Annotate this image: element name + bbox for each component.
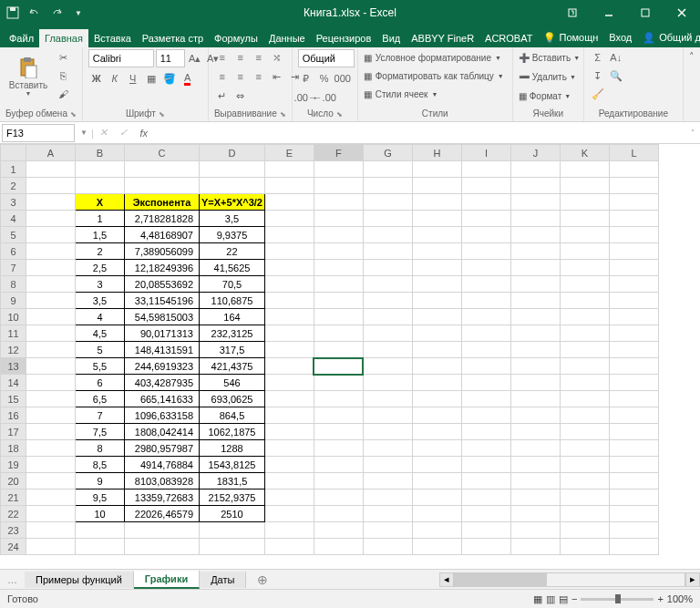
col-header-C[interactable]: C (125, 145, 200, 161)
font-name-select[interactable]: Calibri (88, 49, 154, 67)
cell-D19[interactable]: 1543,8125 (200, 457, 265, 473)
cell-F18[interactable] (314, 440, 363, 457)
view-normal-icon[interactable]: ▦ (533, 593, 542, 605)
cell-D14[interactable]: 546 (200, 375, 265, 391)
cell-H4[interactable] (412, 211, 461, 227)
cell-H11[interactable] (412, 325, 461, 342)
col-header-K[interactable]: K (560, 145, 609, 161)
cell-L21[interactable] (609, 489, 658, 506)
cell-C15[interactable]: 665,141633 (125, 391, 200, 407)
cell-C17[interactable]: 1808,042414 (125, 424, 200, 440)
cell-L23[interactable] (609, 522, 658, 539)
cell-J14[interactable] (510, 375, 560, 391)
cell-K15[interactable] (560, 391, 609, 407)
cell-B23[interactable] (76, 522, 125, 539)
num-launcher[interactable]: ⬊ (336, 110, 343, 119)
cell-B18[interactable]: 8 (76, 440, 125, 457)
format-as-table-button[interactable]: ▦Форматировать как таблицу▼ (364, 67, 504, 85)
row-header-16[interactable]: 16 (1, 407, 26, 424)
cell-J10[interactable] (510, 309, 560, 325)
cell-I15[interactable] (461, 391, 510, 407)
italic-icon[interactable]: К (107, 70, 123, 87)
cell-F13[interactable] (314, 358, 363, 375)
paste-button[interactable]: Вставить ▼ (5, 49, 51, 104)
cell-L1[interactable] (609, 161, 658, 178)
cell-B19[interactable]: 8,5 (76, 457, 125, 473)
cell-B16[interactable]: 7 (76, 407, 125, 424)
cell-K20[interactable] (560, 473, 609, 489)
cell-B12[interactable]: 5 (76, 342, 125, 358)
cell-J2[interactable] (510, 178, 560, 194)
cell-B15[interactable]: 6,5 (76, 391, 125, 407)
decrease-decimal-icon[interactable]: ←.00 (316, 89, 333, 106)
cell-I16[interactable] (461, 407, 510, 424)
tab-abbyy[interactable]: ABBYY FineR (406, 29, 479, 47)
cell-L15[interactable] (609, 391, 658, 407)
cell-K3[interactable] (560, 194, 609, 211)
cell-E19[interactable] (264, 457, 314, 473)
col-header-D[interactable]: D (200, 145, 265, 161)
row-header-6[interactable]: 6 (1, 243, 26, 260)
cell-F19[interactable] (314, 457, 363, 473)
cell-B11[interactable]: 4,5 (76, 325, 125, 342)
enter-formula-icon[interactable]: ✓ (114, 127, 134, 139)
cell-B9[interactable]: 3,5 (76, 293, 125, 309)
cell-J19[interactable] (510, 457, 560, 473)
cell-I1[interactable] (461, 161, 510, 178)
insert-cells-button[interactable]: ➕Вставить▼ (519, 49, 580, 67)
cell-styles-button[interactable]: ▦Стили ячеек▼ (364, 86, 504, 103)
cell-D20[interactable]: 1831,5 (200, 473, 265, 489)
cell-A14[interactable] (26, 375, 76, 391)
clear-icon[interactable]: 🧹 (590, 86, 606, 102)
minimize-icon[interactable] (591, 0, 627, 26)
cell-J13[interactable] (510, 358, 560, 375)
cell-D15[interactable]: 693,0625 (200, 391, 265, 407)
cell-F12[interactable] (314, 342, 363, 358)
expand-formula-bar-icon[interactable]: ˅ (685, 129, 700, 137)
cell-A6[interactable] (26, 243, 76, 260)
cell-I21[interactable] (461, 489, 510, 506)
cell-A16[interactable] (26, 407, 76, 424)
cell-K24[interactable] (560, 539, 609, 555)
cell-J16[interactable] (510, 407, 560, 424)
select-all-corner[interactable] (1, 145, 26, 161)
sheet-tab-charts[interactable]: Графики (134, 571, 200, 589)
cell-C2[interactable] (125, 178, 200, 194)
cell-L5[interactable] (609, 227, 658, 243)
cell-D7[interactable]: 41,5625 (200, 260, 265, 276)
col-header-J[interactable]: J (510, 145, 560, 161)
cell-A21[interactable] (26, 489, 76, 506)
cell-I18[interactable] (461, 440, 510, 457)
tab-data[interactable]: Данные (263, 29, 311, 47)
cell-C13[interactable]: 244,6919323 (125, 358, 200, 375)
collapse-ribbon-icon[interactable]: ˄ (684, 47, 700, 121)
tab-review[interactable]: Рецензиров (311, 29, 377, 47)
scroll-right-icon[interactable]: ▸ (685, 572, 700, 587)
cell-F11[interactable] (314, 325, 363, 342)
comma-icon[interactable]: 000 (335, 70, 351, 87)
cell-K23[interactable] (560, 522, 609, 539)
cell-G15[interactable] (363, 391, 412, 407)
share-button[interactable]: 👤Общий доступ (637, 28, 700, 47)
cell-K10[interactable] (560, 309, 609, 325)
col-header-L[interactable]: L (609, 145, 658, 161)
cell-E7[interactable] (264, 260, 314, 276)
row-header-7[interactable]: 7 (1, 260, 26, 276)
cell-K7[interactable] (560, 260, 609, 276)
cell-F1[interactable] (314, 161, 363, 178)
cell-I20[interactable] (461, 473, 510, 489)
cell-H12[interactable] (412, 342, 461, 358)
cell-B5[interactable]: 1,5 (76, 227, 125, 243)
tab-file[interactable]: Файл (4, 29, 39, 47)
cell-J22[interactable] (510, 506, 560, 522)
align-left-icon[interactable]: ≡ (214, 68, 231, 85)
row-header-19[interactable]: 19 (1, 457, 26, 473)
row-header-22[interactable]: 22 (1, 506, 26, 522)
cell-G22[interactable] (363, 506, 412, 522)
cell-B2[interactable] (76, 178, 125, 194)
cell-F5[interactable] (314, 227, 363, 243)
cell-E18[interactable] (264, 440, 314, 457)
cell-B21[interactable]: 9,5 (76, 489, 125, 506)
merge-center-icon[interactable]: ⇔ (232, 88, 249, 104)
row-header-14[interactable]: 14 (1, 375, 26, 391)
